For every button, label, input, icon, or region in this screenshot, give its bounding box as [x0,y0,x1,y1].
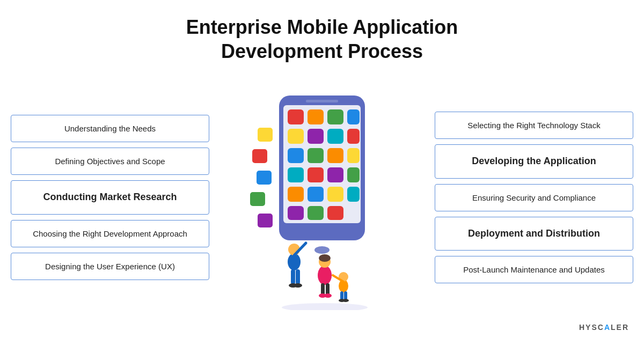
left-column: Understanding the Needs Defining Objecti… [11,115,209,280]
svg-rect-21 [308,187,324,202]
svg-rect-12 [288,148,304,163]
svg-rect-11 [347,129,360,144]
svg-point-53 [282,303,368,310]
svg-point-51 [342,299,349,302]
svg-point-39 [318,266,332,285]
brand-logo: HYSCALER [579,323,629,332]
svg-rect-18 [327,167,343,182]
list-item: Choosing the Right Development Approach [11,220,209,247]
list-item: Defining Objectives and Scope [11,148,209,175]
svg-rect-29 [257,171,272,185]
list-item: Understanding the Needs [11,115,209,142]
svg-rect-49 [344,291,347,300]
svg-rect-27 [258,128,273,142]
svg-point-38 [294,283,302,288]
svg-rect-6 [327,109,343,124]
list-item: Designing the User Experience (UX) [11,253,209,280]
svg-rect-48 [340,291,343,300]
svg-rect-42 [326,283,330,295]
svg-rect-23 [347,187,360,202]
svg-rect-25 [308,206,324,220]
center-illustration [231,85,413,310]
svg-rect-7 [347,109,360,124]
svg-rect-8 [288,129,304,144]
svg-rect-24 [288,206,304,220]
main-content: Understanding the Needs Defining Objecti… [0,74,644,321]
list-item: Deployment and Distribution [435,217,633,251]
svg-rect-20 [288,187,304,202]
list-item: Conducting Market Research [11,180,209,214]
svg-rect-15 [347,148,360,163]
svg-rect-14 [327,148,343,163]
brand-text: HYSCALER [579,323,629,332]
svg-rect-26 [327,206,343,220]
svg-rect-13 [308,148,324,163]
svg-rect-34 [291,269,295,284]
list-item: Developing the Application [435,144,633,178]
svg-rect-16 [288,167,304,182]
svg-rect-19 [347,167,360,182]
title-section: Enterprise Mobile Application Developmen… [0,0,644,74]
list-item: Selecting the Right Technology Stack [435,112,633,139]
svg-rect-17 [308,167,324,182]
list-item: Post-Launch Maintenance and Updates [435,256,633,283]
svg-rect-31 [258,214,273,227]
svg-rect-30 [250,192,265,206]
svg-rect-28 [252,149,267,163]
svg-rect-41 [321,283,325,295]
page-title: Enterprise Mobile Application Developmen… [0,15,644,63]
svg-rect-3 [306,100,338,102]
svg-rect-9 [308,129,324,144]
svg-point-2 [314,246,330,254]
svg-point-45 [319,254,331,262]
svg-rect-22 [327,187,343,202]
svg-rect-5 [308,109,324,124]
svg-point-44 [324,293,332,298]
svg-rect-4 [288,109,304,124]
svg-rect-10 [327,129,343,144]
list-item: Ensuring Security and Compliance [435,184,633,211]
svg-rect-35 [296,269,300,284]
right-column: Selecting the Right Technology Stack Dev… [435,112,633,283]
